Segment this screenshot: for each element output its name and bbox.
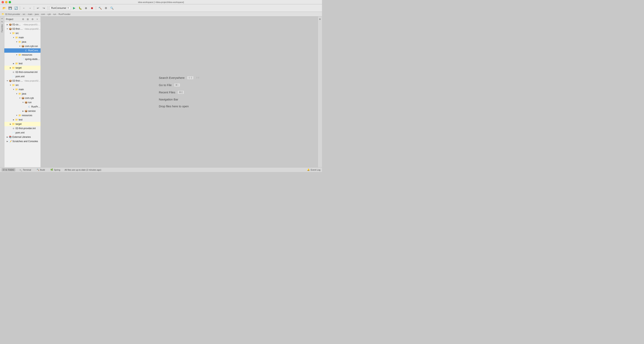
terminal-icon: >_ xyxy=(20,169,22,171)
arrow-src-c: ▼ xyxy=(9,32,12,35)
toolbar-undo[interactable]: ↩ xyxy=(36,5,40,11)
sidebar-settings-icon[interactable]: ⚙ xyxy=(21,17,25,21)
run-config-selector[interactable]: RunConsumer ▼ xyxy=(50,6,71,10)
breadcrumb-item-7[interactable]: RunProvider xyxy=(58,13,70,15)
tree-item-com-cyb-run-c[interactable]: ▼ 📦 com.cyb.run xyxy=(4,44,40,48)
tree-item-java-p[interactable]: ▼ 📁 java xyxy=(4,92,40,96)
tree-item-test-p[interactable]: ▶ 📁 test xyxy=(4,118,40,122)
minimize-button[interactable] xyxy=(5,1,8,3)
welcome-search-everywhere[interactable]: Search Everywhere ⇧⇧ ⇧⇧ xyxy=(159,76,200,80)
folder-icon-target-p: 📁 xyxy=(12,123,15,126)
search-everywhere-button[interactable]: 🔍 xyxy=(109,5,114,11)
label-com-cyb-run-c: com.cyb.run xyxy=(25,45,38,48)
tree-item-RunConsumer[interactable]: C RunConsumer xyxy=(4,48,40,53)
toolbar-forward[interactable]: → xyxy=(27,5,32,11)
tree-item-java-c[interactable]: ▼ 📁 java xyxy=(4,40,40,44)
folder-icon-test-p: 📁 xyxy=(15,118,18,121)
tree-item-RunProvider[interactable]: C RunProvider xyxy=(4,105,40,109)
tree-item-iml-consumer[interactable]: ⚙ 02-first-consumer.iml xyxy=(4,70,40,74)
label-pom-consumer: pom.xml xyxy=(16,75,24,78)
welcome-go-to-file[interactable]: Go to File ⌘↑ xyxy=(159,83,180,87)
tree-item-target-p[interactable]: ▶ 📁 target xyxy=(4,122,40,126)
arrow-RunProvider xyxy=(25,105,28,108)
welcome-recent-files[interactable]: Recent Files ⌘E xyxy=(159,90,184,94)
welcome-navigation-bar[interactable]: Navigation Bar xyxy=(159,98,178,101)
tree-item-iml-provider[interactable]: ⚙ 02-first-provider.iml xyxy=(4,126,40,131)
tree-item-main-c[interactable]: ▼ 📁 main xyxy=(4,35,40,40)
breadcrumb: 📁 02-first-provider › src › main › java … xyxy=(0,12,322,16)
status-tab-build[interactable]: 🔨 Build xyxy=(36,168,46,172)
status-tab-spring[interactable]: 🌿 Spring xyxy=(49,168,62,172)
tree-item-pom-consumer[interactable]: 📄 pom.xml xyxy=(4,74,40,79)
toolbar-sync[interactable]: 🔄 xyxy=(14,5,18,11)
label-iml-provider: 02-first-provider.iml xyxy=(16,127,36,130)
breadcrumb-item-0[interactable]: 02-first-provider xyxy=(5,13,20,15)
module-icon-02-provider: 📦 xyxy=(9,79,12,82)
run-config-arrow-icon: ▼ xyxy=(67,7,69,9)
run-button[interactable]: ▶ xyxy=(72,5,77,11)
toolbar-save[interactable]: 💾 xyxy=(8,5,12,11)
run-icon-RunConsumer: C xyxy=(24,49,28,52)
welcome-shortcut-goto: ⌘↑ xyxy=(174,83,180,87)
tree-item-resources-c[interactable]: ▼ 📁 resources xyxy=(4,53,40,57)
arrow-service-p: ▶ xyxy=(22,110,24,112)
breadcrumb-item-3[interactable]: java xyxy=(35,13,39,15)
label-java-p: java xyxy=(22,92,26,95)
arrow-com-cyb-p: ▼ xyxy=(18,97,21,99)
breadcrumb-item-2[interactable]: main xyxy=(28,13,32,15)
toolbar-redo[interactable]: ↪ xyxy=(41,5,46,11)
tree-item-src-c[interactable]: ▼ 📁 src xyxy=(4,31,40,35)
label-02-provider: 02-first-provider xyxy=(12,79,23,82)
event-log-button[interactable]: 🔔 Event Log xyxy=(307,169,320,171)
edge-tab-favorites[interactable]: Favorites xyxy=(0,23,4,33)
sidebar-close-icon[interactable]: × xyxy=(36,17,39,21)
arrow-scratches: ▶ xyxy=(6,140,9,143)
tree-item-src-p[interactable]: ▼ 📁 src xyxy=(4,83,40,87)
sdk-button[interactable]: ⚙ xyxy=(103,5,108,11)
edge-tab-2[interactable]: 2 xyxy=(0,20,4,23)
status-tab-todo[interactable]: ☑ 6: TODO xyxy=(2,168,15,172)
maximize-button[interactable] xyxy=(9,1,11,3)
breadcrumb-item-6[interactable]: run xyxy=(53,13,56,15)
stop-button[interactable]: ⏹ xyxy=(89,5,94,11)
sidebar-gear-icon[interactable]: ⚙ xyxy=(31,17,34,21)
breadcrumb-item-1[interactable]: src xyxy=(23,13,26,15)
tree-item-spring-dubbo-consumer[interactable]: 📄 spring-dubbo-consumer.xml xyxy=(4,57,40,61)
tree-item-service-p[interactable]: ▶ 📦 service xyxy=(4,109,40,113)
tree-item-02-first-provider[interactable]: ▼ 📦 02-first-provider ~/idea-project/02-… xyxy=(4,79,40,83)
run-with-coverage[interactable]: ⊕ xyxy=(84,5,88,11)
close-button[interactable] xyxy=(2,1,4,3)
module-icon-01-common: 📦 xyxy=(9,23,12,26)
editor-area[interactable]: Search Everywhere ⇧⇧ ⇧⇧ Go to File ⌘↑ Re… xyxy=(41,16,318,167)
status-tab-terminal[interactable]: >_ Terminal xyxy=(18,168,32,172)
tree-item-com-cyb-p[interactable]: ▼ 📦 com.cyb xyxy=(4,96,40,100)
edge-tab-1[interactable]: 1 xyxy=(0,17,4,20)
tree-item-scratches[interactable]: ▶ 📝 Scratches and Consoles xyxy=(4,139,40,144)
label-service-p: service xyxy=(28,110,36,112)
arrow-pom-provider xyxy=(9,131,12,134)
tree-item-resources-p[interactable]: ▼ 📁 resources xyxy=(4,113,40,118)
right-edge-tab-1[interactable]: ⚙ xyxy=(318,17,322,21)
tree-item-main-p[interactable]: ▼ 📁 main xyxy=(4,87,40,92)
debug-button[interactable]: 🐛 xyxy=(78,5,83,11)
breadcrumb-item-4[interactable]: com xyxy=(41,13,45,15)
tree-item-external-libs[interactable]: ▶ 📚 External Libraries xyxy=(4,135,40,139)
tree-item-01-common[interactable]: ▶ 📦 01-common ~/idea-project/01-common xyxy=(4,22,40,27)
arrow-java-c: ▼ xyxy=(15,40,18,43)
sidebar-tree[interactable]: ▶ 📦 01-common ~/idea-project/01-common ▼… xyxy=(4,22,40,167)
arrow-main-c: ▼ xyxy=(12,36,15,39)
build-button[interactable]: 🔨 xyxy=(98,5,102,11)
tree-item-test-c[interactable]: ▶ 📁 test xyxy=(4,61,40,66)
toolbar-back[interactable]: ← xyxy=(22,5,26,11)
breadcrumb-item-5[interactable]: cyb xyxy=(48,13,51,15)
sidebar-layout-icon[interactable]: ⊞ xyxy=(26,17,30,21)
toolbar-open[interactable]: 📂 xyxy=(2,5,7,11)
tree-item-target-c1[interactable]: ▶ 📁 target xyxy=(4,66,40,70)
event-log-icon: 🔔 xyxy=(307,169,310,171)
tree-item-run-p[interactable]: ▼ 📦 run xyxy=(4,100,40,105)
label-pom-provider: pom.xml xyxy=(16,131,24,134)
arrow-resources-p: ▼ xyxy=(15,114,18,117)
tree-item-02-first-consumer[interactable]: ▼ 📦 02-first-consumer ~/idea-project/02-… xyxy=(4,27,40,31)
tree-item-pom-provider[interactable]: 📄 pom.xml xyxy=(4,131,40,135)
label-02-consumer: 02-first-consumer xyxy=(12,27,23,30)
